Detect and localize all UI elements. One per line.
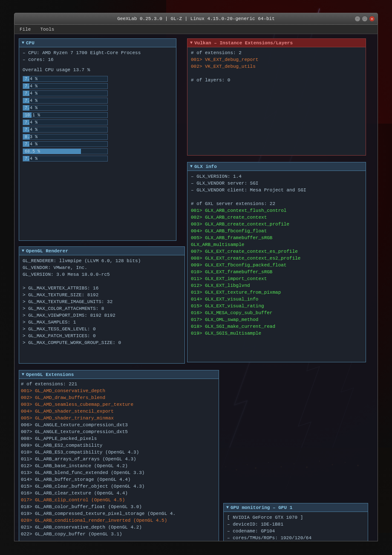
vulkan-panel-body: # of extensions: 2001> VK_EXT_debug_repo… (187, 47, 366, 155)
glx-extension-line: 007> GLX_EXT_create_context_es_profile (191, 248, 362, 255)
glx-header-line (191, 194, 362, 200)
extension-line: 020> GL_ARB_conditional_render_inverted … (21, 517, 217, 524)
extension-line: 019> GL_ARB_compressed_texture_pixel_sto… (21, 510, 217, 517)
extension-line: 006> GL_ANGLE_texture_compression_dxt3 (21, 422, 217, 428)
glx-scroll[interactable]: – GLX_VERSION: 1.4– GLX_VENDOR server: S… (191, 173, 362, 360)
cpu-bar-label: 7.4 % (25, 91, 37, 96)
glx-extension-line: 013> GLX_EXT_texture_from_pixmap (191, 289, 362, 296)
extensions-panel-body: # of extensions: 221001> GL_AMD_conserva… (19, 379, 219, 541)
gpu-info-line: [ NVIDIA GeForce GTX 1070 ] (227, 514, 364, 521)
cpu-bar-bg: 68.5 % (23, 148, 108, 154)
renderer-line: GL_RENDERER: llvmpipe (LLVM 6.0, 128 bit… (23, 257, 181, 264)
vulkan-panel-header: ▼ Vulkan – Instance Extensions/Layers (187, 39, 366, 47)
cpu-panel-title: CPU (26, 40, 35, 46)
cpu-bar-row: 10.1 % (23, 112, 173, 118)
cpu-bar-row: 7.4 % (23, 90, 173, 96)
menu-file[interactable]: File (17, 26, 33, 33)
minimize-button[interactable]: – (355, 16, 360, 22)
glx-extension-line: 016> GLX_MESA_copy_sub_buffer (191, 309, 362, 316)
cpu-panel-body: – CPU: AMD Ryzen 7 1700 Eight-Core Proce… (19, 47, 176, 240)
glx-extension-line: 005> GLX_ARB_framebuffer_sRGB (191, 234, 362, 241)
title-bar: GeeXLab 0.25.3.0 | GL-Z | Linux 4.15.0-2… (14, 13, 378, 25)
renderer-panel: ▼ OpenGL Renderer GL_RENDERER: llvmpipe … (19, 246, 185, 364)
glx-extension-line: 014> GLX_EXT_visual_info (191, 296, 362, 303)
extensions-arrow-icon: ▼ (22, 372, 24, 377)
gpu-panel-title: GPU monitoring – GPU 1 (231, 505, 292, 510)
extensions-panel-header: ▼ OpenGL Extensions (19, 370, 219, 379)
main-content: ▼ CPU – CPU: AMD Ryzen 7 1700 Eight-Core… (14, 34, 378, 541)
glx-extension-line: 012> GLX_EXT_libglvnd (191, 282, 362, 289)
glx-extension-line: 008> GLX_EXT_create_context_es2_profile (191, 255, 362, 262)
cpu-bar-label: 7.4 % (25, 120, 37, 125)
renderer-line: GL_VERSION: 3.0 Mesa 18.0.0-rc5 (23, 271, 181, 278)
cpu-bar-row: 7.4 % (23, 105, 173, 111)
cpu-bar-row: 7.4 % (23, 98, 173, 104)
vulkan-arrow-icon: ▼ (190, 40, 193, 45)
cpu-bar-row: 7.4 % (23, 83, 173, 89)
renderer-arrow-icon: ▼ (22, 249, 24, 253)
extension-line: 009> GL_ARB_ES2_compatibility (21, 442, 217, 449)
vulkan-panel-title: Vulkan – Instance Extensions/Layers (194, 40, 293, 46)
glx-extension-line: 003> GLX_ARB_create_context_profile (191, 221, 362, 228)
extension-line: 004> GL_AMD_shader_stencil_export (21, 408, 217, 415)
cpu-bar-row: 7.4 % (23, 156, 173, 162)
cpu-bar-label: 10.1 % (25, 113, 40, 118)
gpu-panel-header: ▼ GPU monitoring – GPU 1 (224, 503, 368, 512)
renderer-line: > GL_MAX_SAMPLES: 1 (23, 319, 181, 326)
renderer-line: > GL_MAX_COLOR_ATTACHMENTS: 8 (23, 305, 181, 312)
maximize-button[interactable]: □ (362, 16, 368, 22)
extension-line: 011> GL_ARB_arrays_of_arrays (OpenGL 4.3… (21, 456, 217, 462)
extension-line: 002> GL_AMD_draw_buffers_blend (21, 394, 217, 401)
cpu-bar-row: 7.4 % (23, 127, 173, 133)
cpu-bar-label: 7.4 % (25, 84, 37, 89)
glx-extension-line: 015> GLX_EXT_visual_rating (191, 303, 362, 309)
extension-line: 018> GL_ARB_color_buffer_float (OpenGL 3… (21, 503, 217, 510)
gpu-panel-body: [ NVIDIA GeForce GTX 1070 ]– deviceID: 1… (224, 512, 368, 541)
glx-extension-line: 002> GLX_ARB_create_context (191, 214, 362, 221)
extension-line: 022> GL_ARB_copy_buffer (OpenGL 3.1) (21, 531, 217, 538)
glx-panel-header: ▼ GLX info (187, 162, 366, 171)
extension-line: 003> GL_AMD_seamless_cubemap_per_texture (21, 401, 217, 408)
cpu-bar-bg: 7.4 % (23, 119, 108, 125)
gpu-panel: ▼ GPU monitoring – GPU 1 [ NVIDIA GeForc… (223, 503, 368, 541)
extension-line: 014> GL_ARB_buffer_storage (OpenGL 4.4) (21, 476, 217, 483)
gpu-arrow-icon: ▼ (226, 505, 229, 510)
extension-line: 005> GL_AMD_shader_trinary_minmax (21, 415, 217, 422)
vulkan-line: # of extensions: 2 (191, 49, 362, 56)
cpu-info-line-1: – CPU: AMD Ryzen 7 1700 Eight-Core Proce… (23, 49, 173, 56)
extension-line: 016> GL_ARB_clear_texture (OpenGL 4.4) (21, 490, 217, 497)
close-button[interactable]: ✕ (369, 16, 375, 22)
menu-tools[interactable]: Tools (37, 26, 57, 33)
glx-extension-line: 001> GLX_ARB_context_flush_control (191, 207, 362, 214)
cpu-bar-row: 68.5 % (23, 148, 173, 154)
renderer-line: > GL_MAX_VERTEX_ATTRIBS: 16 (23, 285, 181, 292)
cpu-info-line-2: – cores: 16 (23, 56, 173, 63)
vulkan-line: # of layers: 0 (191, 77, 362, 84)
cpu-bar-bg: 8.3 % (23, 134, 108, 140)
cpu-bar-label: 7.4 % (25, 127, 37, 132)
cpu-bar-bg: 7.4 % (23, 141, 108, 147)
glx-extension-line: 019> GLX_SGIS_multisample (191, 330, 362, 337)
glx-header-line: # of GXL server extensions: 22 (191, 200, 362, 207)
extensions-scroll[interactable]: # of extensions: 221001> GL_AMD_conserva… (21, 381, 217, 541)
gpu-info-line: – codename: GP104 (227, 528, 364, 535)
cpu-bar-bg: 7.4 % (23, 105, 108, 111)
glx-extension-line: 010> GLX_EXT_framebuffer_sRGB (191, 269, 362, 275)
app-window: GeeXLab 0.25.3.0 | GL-Z | Linux 4.15.0-2… (14, 13, 378, 541)
cpu-bar-label: 7.4 % (25, 106, 37, 110)
glx-header-line: – GLX_VENDOR server: SGI (191, 180, 362, 187)
cpu-bar-bg: 7.4 % (23, 76, 108, 82)
extension-line: 008> GL_APPLE_packed_pixels (21, 435, 217, 442)
glx-panel-body: – GLX_VERSION: 1.4– GLX_VENDOR server: S… (187, 171, 366, 362)
cpu-bar-bg: 7.4 % (23, 156, 108, 162)
glx-extension-line: 018> GLX_SGI_make_current_read (191, 323, 362, 330)
cpu-bar-label: 7.4 % (25, 156, 37, 161)
glx-arrow-icon: ▼ (190, 164, 193, 169)
cpu-bar-label: 68.5 % (25, 149, 40, 154)
extension-line: 001> GL_AMD_conservative_depth (21, 387, 217, 394)
extension-line: 015> GL_ARB_clear_buffer_object (OpenGL … (21, 483, 217, 490)
cpu-bar-row: 7.4 % (23, 119, 173, 125)
renderer-line: > GL_MAX_VIEWPORT_DIMS: 8192 8192 (23, 312, 181, 319)
cpu-bar-bg: 7.4 % (23, 83, 108, 89)
glx-header-line: – GLX_VENDOR client: Mesa Project and SG… (191, 187, 362, 194)
